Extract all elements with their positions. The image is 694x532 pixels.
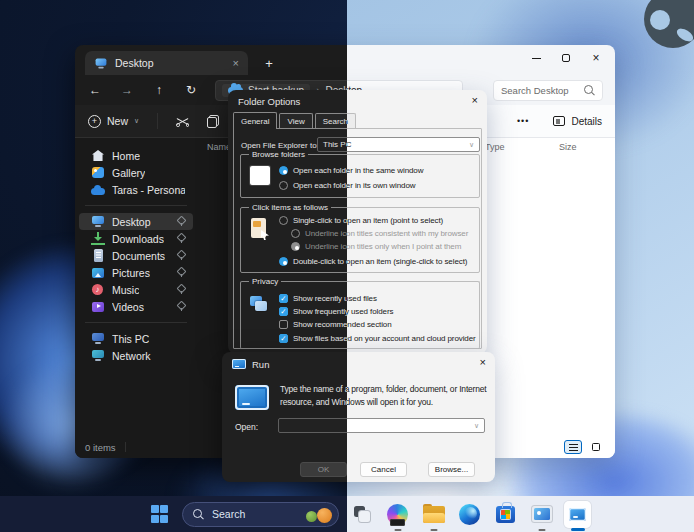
task-view-button[interactable]	[348, 501, 375, 528]
column-header-size[interactable]: Size	[559, 142, 577, 152]
more-options-icon[interactable]: •••	[517, 116, 529, 126]
forward-button[interactable]: →	[119, 83, 135, 97]
status-divider	[125, 442, 126, 452]
dialog-close-icon[interactable]: ×	[480, 357, 486, 368]
minimize-button[interactable]	[521, 47, 551, 69]
sidebar-separator	[85, 322, 187, 323]
close-button[interactable]: ×	[581, 47, 611, 69]
file-explorer-app-button[interactable]	[420, 501, 447, 528]
microsoft-store-app-button[interactable]	[492, 501, 519, 528]
task-view-icon	[352, 504, 372, 524]
pin-icon	[177, 302, 185, 311]
sidebar-item-network[interactable]: Network	[79, 347, 193, 364]
search-highlight-image	[305, 506, 333, 525]
back-button[interactable]: ←	[87, 83, 103, 97]
sidebar-item-pictures[interactable]: Pictures	[79, 264, 193, 281]
dialog-close-icon[interactable]: ×	[472, 95, 478, 106]
checkbox-icon: ✓	[279, 320, 288, 329]
radio-icon	[279, 166, 288, 175]
view-toggle-group	[564, 440, 605, 454]
windows-logo-icon	[151, 505, 169, 523]
large-icons-view-button[interactable]	[587, 440, 605, 454]
photos-app-button[interactable]	[528, 501, 555, 528]
window-controls: ×	[521, 47, 611, 69]
sidebar-separator	[85, 205, 187, 206]
file-explorer-icon	[423, 506, 445, 523]
chevron-down-icon: ∨	[134, 117, 139, 125]
list-view-icon	[569, 444, 578, 451]
run-app-button[interactable]	[564, 501, 591, 528]
radio-icon	[291, 242, 300, 251]
explorer-tab-desktop[interactable]: Desktop ×	[85, 51, 248, 75]
new-button[interactable]: + New ∨	[88, 115, 139, 128]
photos-icon	[532, 506, 552, 522]
sidebar-item-documents[interactable]: Documents	[79, 247, 193, 264]
open-to-label: Open File Explorer to:	[241, 141, 319, 150]
folder-window-icon	[250, 166, 270, 185]
sidebar-item-this-pc[interactable]: This PC	[79, 330, 193, 347]
start-button[interactable]	[146, 501, 173, 528]
desktop-icon	[91, 215, 105, 228]
sidebar-item-downloads[interactable]: Downloads	[79, 230, 193, 247]
radio-icon	[279, 181, 288, 190]
sidebar-item-music[interactable]: ♪ Music	[79, 281, 193, 298]
click-document-icon	[251, 218, 266, 238]
dialog-title: Run	[252, 359, 269, 370]
grid-view-icon	[592, 443, 600, 451]
items-count: 0 items	[85, 442, 116, 453]
microsoft-store-icon	[496, 506, 515, 523]
home-icon	[91, 149, 105, 162]
taskbar-search-box[interactable]: Search	[182, 502, 339, 527]
sidebar-item-home[interactable]: Home	[79, 147, 193, 164]
refresh-button[interactable]: ↻	[183, 83, 199, 97]
this-pc-icon	[91, 332, 105, 345]
cut-icon[interactable]	[176, 116, 189, 127]
tab-title: Desktop	[115, 57, 154, 69]
gallery-icon	[91, 166, 105, 179]
browse-button[interactable]: Browse...	[428, 462, 475, 477]
tab-close-icon[interactable]: ×	[233, 58, 239, 69]
edge-app-button[interactable]	[456, 501, 483, 528]
music-icon: ♪	[91, 283, 105, 296]
folder-options-tabs: General View Search	[233, 112, 356, 128]
details-pane-button[interactable]: Details	[553, 116, 602, 127]
downloads-icon	[91, 232, 105, 245]
copilot-app-button[interactable]	[384, 501, 411, 528]
tab-view[interactable]: View	[279, 113, 312, 128]
search-icon	[584, 85, 595, 96]
run-app-icon	[569, 508, 586, 521]
run-icon	[235, 385, 269, 410]
up-button[interactable]: ↑	[151, 83, 167, 97]
sidebar-item-gallery[interactable]: Gallery	[79, 164, 193, 181]
new-tab-button[interactable]: +	[259, 53, 279, 73]
copilot-icon	[387, 504, 408, 525]
pin-icon	[177, 251, 185, 260]
sidebar-item-onedrive[interactable]: Taras - Personal	[79, 181, 193, 198]
explorer-sidebar: Home Gallery Taras - Personal Desktop	[75, 138, 197, 436]
details-pane-icon	[553, 116, 565, 126]
network-icon	[91, 349, 105, 362]
sidebar-item-videos[interactable]: Videos	[79, 298, 193, 315]
column-header-type[interactable]: Type	[485, 142, 505, 152]
details-view-button[interactable]	[564, 440, 582, 454]
dialog-title: Folder Options	[238, 96, 300, 107]
tab-general[interactable]: General	[233, 112, 277, 129]
search-icon	[193, 509, 204, 520]
ok-button[interactable]: OK	[300, 462, 347, 477]
copy-icon[interactable]	[207, 115, 219, 128]
edge-icon	[459, 504, 480, 525]
maximize-button[interactable]	[551, 47, 581, 69]
privacy-icon	[250, 296, 268, 313]
explorer-search-input[interactable]: Search Desktop	[493, 80, 603, 101]
checkbox-icon: ✓	[279, 307, 288, 316]
cancel-button[interactable]: Cancel	[360, 462, 407, 477]
onedrive-icon	[91, 183, 105, 196]
run-title-icon	[232, 359, 246, 369]
sidebar-item-desktop[interactable]: Desktop	[79, 213, 193, 230]
chevron-down-icon: ∨	[474, 422, 479, 430]
checkbox-icon: ✓	[279, 334, 288, 343]
videos-icon	[91, 300, 105, 313]
pin-icon	[177, 234, 185, 243]
pictures-icon	[91, 266, 105, 279]
pin-icon	[177, 217, 185, 226]
